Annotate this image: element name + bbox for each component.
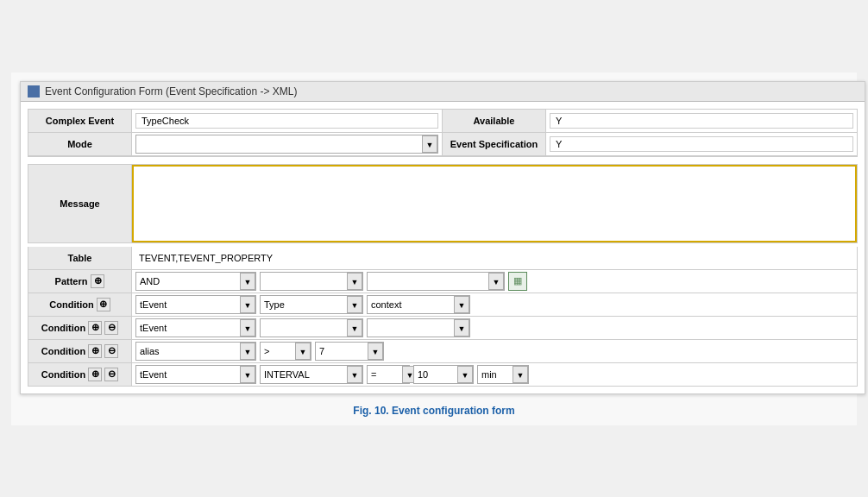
condition-3-arrow-3[interactable]: ▼ [368,343,383,360]
condition-4-val-1: tEvent [136,369,240,380]
pattern-label: Pattern ⊕ [28,270,132,293]
condition-4-arrow-4[interactable]: ▼ [457,366,473,383]
mode-cell: Mode ▼ [28,133,443,156]
table-value: TEVENT,TEVENT_PROPERTY [132,249,857,267]
condition-3-minus[interactable]: ⊖ [104,344,118,358]
title-bar-icon [28,85,40,98]
condition-row-4: Condition ⊕ ⊖ tEvent ▼ INTERVAL ▼ = [28,363,858,387]
complex-event-label: Complex Event [28,110,132,132]
mode-label: Mode [28,133,132,155]
condition-1-controls: tEvent ▼ Type ▼ context ▼ [132,293,857,316]
pattern-value-1: AND [136,276,240,286]
condition-2-minus[interactable]: ⊖ [104,321,118,335]
condition-3-label: Condition ⊕ ⊖ [28,340,132,362]
condition-2-select-3[interactable]: ▼ [367,318,470,337]
condition-1-val-2: Type [261,299,347,310]
pattern-select-2[interactable]: ▼ [260,272,363,291]
condition-2-text: Condition [41,323,85,333]
condition-2-select-1[interactable]: tEvent ▼ [135,318,256,337]
condition-3-plus[interactable]: ⊕ [88,344,102,358]
pattern-arrow-1[interactable]: ▼ [240,273,255,290]
condition-4-select-1[interactable]: tEvent ▼ [135,365,256,384]
condition-1-plus[interactable]: ⊕ [97,298,110,311]
condition-2-label: Condition ⊕ ⊖ [28,317,132,339]
condition-4-val-4: 10 [414,369,457,380]
condition-4-select-4[interactable]: 10 ▼ [413,365,474,384]
pattern-row: Pattern ⊕ AND ▼ ▼ ▼ ▦ [28,270,858,293]
condition-3-select-1[interactable]: alias ▼ [135,342,256,361]
condition-3-val-3: 7 [316,346,368,356]
header-grid: Complex Event TypeCheck Available Y Mode… [28,109,858,157]
event-spec-cell: Event Specification Y [443,133,857,156]
condition-4-text: Condition [41,369,85,380]
condition-4-controls: tEvent ▼ INTERVAL ▼ = ▼ 10 ▼ [132,363,857,386]
condition-4-arrow-1[interactable]: ▼ [240,366,255,383]
condition-4-label: Condition ⊕ ⊖ [28,363,132,386]
message-row: Message [28,164,858,243]
table-label: Table [28,247,132,269]
table-row: Table TEVENT,TEVENT_PROPERTY [28,247,858,270]
condition-2-val-1: tEvent [136,323,240,333]
available-cell: Available Y [443,110,857,133]
condition-3-val-2: > [261,346,295,356]
condition-1-select-3[interactable]: context ▼ [367,295,470,314]
condition-3-controls: alias ▼ > ▼ 7 ▼ [132,340,857,362]
message-label: Message [28,165,132,242]
available-value[interactable]: Y [550,113,853,129]
mode-dropdown-arrow[interactable]: ▼ [422,135,437,153]
condition-2-arrow-2[interactable]: ▼ [347,319,362,337]
figure-caption: Fig. 10. Event configuration form [20,405,848,417]
condition-4-arrow-2[interactable]: ▼ [347,366,362,383]
event-spec-value[interactable]: Y [550,136,853,152]
available-label: Available [443,110,546,132]
condition-1-select-1[interactable]: tEvent ▼ [135,295,256,314]
condition-1-text: Condition [49,299,93,310]
pattern-select-1[interactable]: AND ▼ [135,272,256,291]
pattern-arrow-2[interactable]: ▼ [347,273,362,290]
complex-event-cell: Complex Event TypeCheck [28,110,443,133]
condition-2-plus[interactable]: ⊕ [88,321,102,335]
message-input[interactable] [132,165,857,242]
condition-3-arrow-1[interactable]: ▼ [240,343,255,360]
condition-1-arrow-2[interactable]: ▼ [347,296,362,313]
pattern-arrow-3[interactable]: ▼ [488,273,504,290]
condition-4-plus[interactable]: ⊕ [88,368,102,381]
condition-1-val-3: context [368,299,454,310]
condition-1-val-1: tEvent [136,299,240,310]
pattern-controls: AND ▼ ▼ ▼ ▦ [132,270,857,293]
title-bar: Event Configuration Form (Event Specific… [21,82,865,102]
condition-3-text: Condition [41,346,85,356]
condition-2-controls: tEvent ▼ ▼ ▼ [132,317,857,339]
condition-3-val-1: alias [136,346,240,356]
pattern-text: Pattern [55,276,88,286]
complex-event-value[interactable]: TypeCheck [135,113,438,129]
condition-row-1: Condition ⊕ tEvent ▼ Type ▼ context ▼ [28,293,858,317]
condition-4-select-3[interactable]: = ▼ [367,365,410,384]
condition-2-arrow-3[interactable]: ▼ [454,319,469,337]
condition-4-minus[interactable]: ⊖ [104,368,118,381]
condition-1-select-2[interactable]: Type ▼ [260,295,363,314]
condition-3-select-2[interactable]: > ▼ [260,342,311,361]
condition-4-val-2: INTERVAL [261,369,347,380]
pattern-select-3[interactable]: ▼ [367,272,505,291]
pattern-grid-button[interactable]: ▦ [508,272,527,291]
condition-1-arrow-3[interactable]: ▼ [454,296,469,313]
condition-4-val-5: min [478,369,513,380]
event-spec-label: Event Specification [443,133,546,155]
condition-3-arrow-2[interactable]: ▼ [295,343,311,360]
title-bar-text: Event Configuration Form (Event Specific… [45,85,297,98]
pattern-plus-button[interactable]: ⊕ [91,274,104,288]
condition-1-label: Condition ⊕ [28,293,132,316]
condition-4-select-5[interactable]: min ▼ [477,365,529,384]
condition-4-val-3: = [368,369,402,380]
condition-4-select-2[interactable]: INTERVAL ▼ [260,365,363,384]
condition-row-2: Condition ⊕ ⊖ tEvent ▼ ▼ ▼ [28,317,858,340]
mode-select[interactable]: ▼ [135,135,438,154]
condition-3-select-3[interactable]: 7 ▼ [315,342,384,361]
condition-row-3: Condition ⊕ ⊖ alias ▼ > ▼ 7 ▼ [28,340,858,363]
condition-4-arrow-5[interactable]: ▼ [513,366,528,383]
condition-2-arrow-1[interactable]: ▼ [240,319,255,337]
condition-2-select-2[interactable]: ▼ [260,318,363,337]
condition-1-arrow-1[interactable]: ▼ [240,296,255,313]
